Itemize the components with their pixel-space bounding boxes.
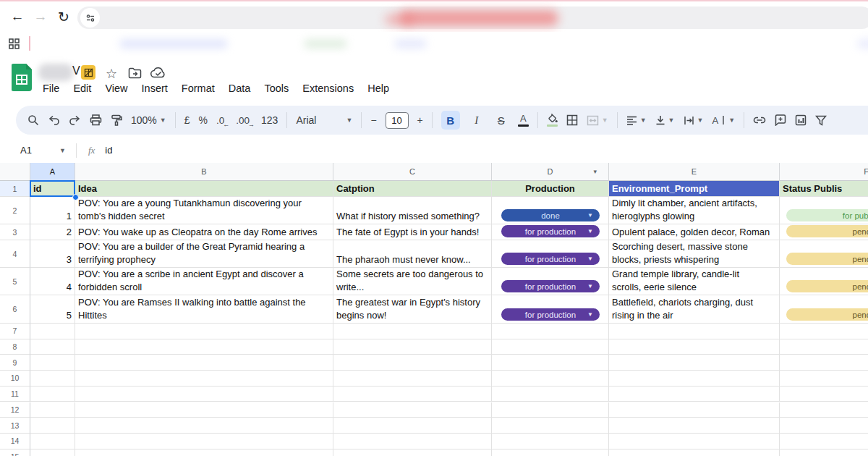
fill-handle[interactable] <box>72 194 79 200</box>
menu-insert[interactable]: Insert <box>142 83 168 94</box>
address-bar[interactable] <box>77 7 868 29</box>
status-chip-pending[interactable]: pending <box>786 253 868 265</box>
column-header-F[interactable]: F <box>780 163 868 181</box>
header-cell-id[interactable]: id <box>30 181 75 197</box>
row-header-1[interactable]: 1 <box>0 181 30 197</box>
decrease-decimals-button[interactable]: .0← <box>216 115 224 126</box>
empty-cell[interactable] <box>492 402 609 418</box>
spreadsheet-grid[interactable]: ABCD▾EF1idIdeaCatptionProductionEnvironm… <box>0 163 868 456</box>
empty-cell[interactable] <box>492 371 609 387</box>
empty-cell[interactable] <box>75 418 333 434</box>
status-chip-done[interactable]: done▼ <box>501 209 600 221</box>
empty-cell[interactable] <box>75 387 333 402</box>
zoom-select[interactable]: 100%▼ <box>131 114 166 126</box>
empty-cell[interactable] <box>30 324 75 339</box>
cell-idea-row4[interactable]: POV: You are a builder of the Great Pyra… <box>75 240 333 268</box>
row-header-4[interactable]: 4 <box>0 240 30 268</box>
empty-cell[interactable] <box>333 402 492 418</box>
reload-icon[interactable]: ↻ <box>52 9 75 25</box>
cell-status-row5[interactable]: pending <box>780 268 868 295</box>
menu-view[interactable]: View <box>105 83 127 94</box>
empty-cell[interactable] <box>333 324 492 339</box>
header-cell-production[interactable]: Production <box>492 181 609 197</box>
horizontal-align-button[interactable]: ▼ <box>626 116 647 125</box>
empty-cell[interactable] <box>333 418 492 434</box>
row-header-2[interactable]: 2 <box>0 197 30 224</box>
row-header-5[interactable]: 5 <box>0 268 30 295</box>
insert-link-icon[interactable] <box>753 117 766 124</box>
vertical-align-button[interactable]: ▼ <box>655 115 675 125</box>
cell-caption-row2[interactable]: What if history missed something? <box>333 197 492 224</box>
cell-environment-row6[interactable]: Battlefield, chariots charging, dust ris… <box>609 295 780 324</box>
status-chip-production[interactable]: for production▼ <box>501 253 600 265</box>
borders-button[interactable] <box>566 114 578 126</box>
cell-caption-row5[interactable]: Some secrets are too dangerous to write.… <box>333 268 492 295</box>
empty-cell[interactable] <box>75 339 333 355</box>
redo-icon[interactable] <box>69 115 81 125</box>
status-chip-pending[interactable]: pending <box>786 308 868 321</box>
status-chip-production[interactable]: for production▼ <box>501 308 600 321</box>
empty-cell[interactable] <box>333 355 492 371</box>
insert-chart-icon[interactable] <box>795 114 807 126</box>
column-filter-caret-icon[interactable]: ▾ <box>593 165 597 178</box>
row-header-14[interactable]: 14 <box>0 434 30 449</box>
formula-input[interactable]: id <box>105 145 112 156</box>
empty-cell[interactable] <box>333 434 492 449</box>
empty-cell[interactable] <box>75 402 333 418</box>
empty-cell[interactable] <box>492 324 609 339</box>
cloud-saved-icon[interactable] <box>150 67 166 79</box>
chip-dropdown-icon[interactable]: ▼ <box>587 280 593 293</box>
cell-production-row6[interactable]: for production▼ <box>492 295 609 324</box>
row-header-8[interactable]: 8 <box>0 339 30 355</box>
empty-cell[interactable] <box>780 387 868 402</box>
site-settings-icon[interactable] <box>80 8 100 28</box>
cell-environment-row5[interactable]: Grand temple library, candle-lit scrolls… <box>609 268 780 295</box>
cell-production-row2[interactable]: done▼ <box>492 197 609 224</box>
cell-idea-row3[interactable]: POV: You wake up as Cleopatra on the day… <box>75 224 333 240</box>
empty-cell[interactable] <box>333 387 492 402</box>
empty-cell[interactable] <box>75 434 333 449</box>
more-formats-button[interactable]: 123 <box>261 114 278 126</box>
cell-caption-row3[interactable]: The fate of Egypt is in your hands! <box>333 224 492 240</box>
empty-cell[interactable] <box>30 387 75 402</box>
empty-cell[interactable] <box>30 371 75 387</box>
cell-id-row2[interactable]: 1 <box>30 197 75 224</box>
empty-cell[interactable] <box>492 418 609 434</box>
chip-dropdown-icon[interactable]: ▼ <box>587 225 593 238</box>
empty-cell[interactable] <box>333 371 492 387</box>
forward-icon[interactable]: → <box>29 9 52 25</box>
cell-production-row5[interactable]: for production▼ <box>492 268 609 295</box>
chip-dropdown-icon[interactable]: ▼ <box>587 253 593 266</box>
row-header-3[interactable]: 3 <box>0 224 30 240</box>
cell-environment-row3[interactable]: Opulent palace, golden decor, Roman <box>609 224 780 240</box>
row-header-15[interactable]: 15 <box>0 449 30 456</box>
empty-cell[interactable] <box>75 449 333 456</box>
strikethrough-button[interactable]: S <box>493 114 509 127</box>
empty-cell[interactable] <box>30 418 75 434</box>
cell-idea-row6[interactable]: POV: You are Ramses II walking into batt… <box>75 295 333 324</box>
print-icon[interactable] <box>90 114 102 126</box>
menu-extensions[interactable]: Extensions <box>302 83 354 94</box>
empty-cell[interactable] <box>609 339 780 355</box>
star-icon[interactable]: ☆ <box>106 66 117 82</box>
empty-cell[interactable] <box>75 324 333 339</box>
cell-environment-row4[interactable]: Scorching desert, massive stone blocks, … <box>609 240 780 268</box>
paint-format-icon[interactable] <box>111 114 122 126</box>
header-cell-idea[interactable]: Idea <box>75 181 333 197</box>
empty-cell[interactable] <box>609 371 780 387</box>
empty-cell[interactable] <box>780 324 868 339</box>
cell-id-row3[interactable]: 2 <box>30 224 75 240</box>
column-header-A[interactable]: A <box>30 163 75 181</box>
undo-icon[interactable] <box>48 115 60 125</box>
text-wrap-button[interactable]: ▼ <box>684 116 704 125</box>
header-cell-status[interactable]: Status Publis <box>780 181 868 197</box>
menu-help[interactable]: Help <box>367 83 389 94</box>
row-header-6[interactable]: 6 <box>0 295 30 324</box>
empty-cell[interactable] <box>333 449 492 456</box>
format-percent-button[interactable]: % <box>199 114 208 126</box>
column-header-C[interactable]: C <box>333 163 492 181</box>
menu-format[interactable]: Format <box>182 83 215 94</box>
empty-cell[interactable] <box>609 449 780 456</box>
empty-cell[interactable] <box>780 434 868 449</box>
empty-cell[interactable] <box>492 387 609 402</box>
